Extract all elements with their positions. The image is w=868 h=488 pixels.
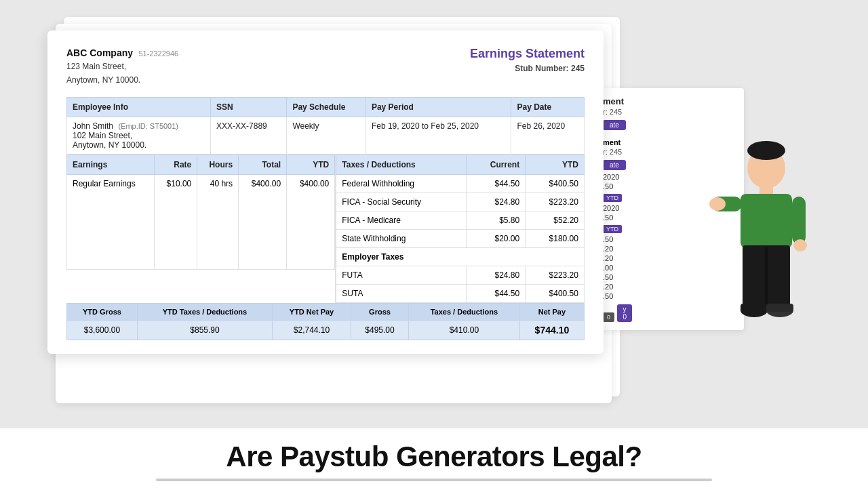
footer-ytd-net-val: $2,744.10: [273, 321, 351, 340]
svg-point-6: [709, 197, 726, 211]
employee-pay-period: Feb 19, 2020 to Feb 25, 2020: [366, 117, 511, 155]
deduction-row-1: FICA - Social Security $24.80 $223.20: [336, 193, 585, 211]
footer-th-ytd-net: YTD Net Pay: [273, 304, 351, 321]
ded-desc-2: FICA - Medicare: [336, 211, 467, 230]
earning-hours: 40 hrs: [197, 175, 239, 270]
deductions-table: Taxes / Deductions Current YTD Federal W…: [336, 155, 585, 303]
th-rate: Rate: [155, 155, 197, 175]
employee-id: (Emp.ID: ST5001): [118, 122, 178, 130]
etax-ytd-1: $400.50: [526, 285, 585, 303]
employer-taxes-header-row: Employer Taxes: [336, 248, 585, 266]
deductions-section: Taxes / Deductions Current YTD Federal W…: [336, 155, 585, 303]
earnings-section: Earnings Rate Hours Total YTD Regular Ea…: [66, 155, 336, 303]
th-earnings: Earnings: [67, 155, 155, 175]
company-address-line1: 123 Main Street,: [66, 60, 178, 73]
svg-point-7: [793, 239, 807, 251]
deduction-row-0: Federal Withholding $44.50 $400.50: [336, 175, 585, 193]
ded-current-0: $44.50: [467, 175, 526, 193]
th-employee-info: Employee Info: [67, 98, 211, 117]
character-illustration: [705, 136, 827, 366]
ded-current-3: $20.00: [467, 230, 526, 248]
earnings-table: Earnings Rate Hours Total YTD Regular Ea…: [66, 155, 335, 270]
th-taxes-deductions: Taxes / Deductions: [336, 155, 467, 175]
footer-net-pay-val: $744.10: [519, 321, 584, 340]
stub-number-line: Stub Number: 245: [470, 64, 585, 73]
th-ssn: SSN: [211, 98, 287, 117]
th-pay-schedule: Pay Schedule: [287, 98, 366, 117]
ded-current-1: $24.80: [467, 193, 526, 211]
svg-rect-3: [741, 194, 792, 248]
footer-th-gross: Gross: [351, 304, 409, 321]
bottom-text-area: Are Paystub Generators Legal?: [0, 428, 868, 488]
ded-desc-0: Federal Withholding: [336, 175, 467, 193]
company-ein: 51-2322946: [138, 49, 178, 58]
earning-ytd: $400.00: [287, 175, 335, 270]
etax-ytd-0: $223.20: [526, 266, 585, 285]
svg-rect-5: [792, 197, 806, 244]
employee-ssn: XXX-XX-7889: [211, 117, 287, 155]
th-pay-date: Pay Date: [511, 98, 585, 117]
employee-pay-schedule: Weekly: [287, 117, 366, 155]
employee-info-row: John Smith (Emp.ID: ST5001) 102 Main Str…: [67, 117, 585, 155]
footer-th-taxes-ded: Taxes / Deductions: [408, 304, 519, 321]
etax-current-0: $24.80: [467, 266, 526, 285]
bottom-title: Are Paystub Generators Legal?: [0, 441, 868, 473]
footer-ytd-taxes-val: $855.90: [137, 321, 272, 340]
ded-ytd-3: $180.00: [526, 230, 585, 248]
svg-point-1: [747, 141, 785, 160]
earning-rate: $10.00: [155, 175, 197, 270]
main-data-area: Earnings Rate Hours Total YTD Regular Ea…: [66, 155, 585, 303]
employee-name-cell: John Smith (Emp.ID: ST5001) 102 Main Str…: [67, 117, 211, 155]
employer-taxes-label: Employer Taxes: [336, 248, 585, 266]
footer-table: YTD Gross YTD Taxes / Deductions YTD Net…: [66, 303, 585, 340]
earning-desc: Regular Earnings: [67, 175, 155, 270]
bottom-underline: [156, 479, 712, 481]
employee-pay-date: Feb 26, 2020: [511, 117, 585, 155]
ded-desc-1: FICA - Social Security: [336, 193, 467, 211]
employee-addr1: 102 Main Street,: [73, 131, 205, 140]
employee-addr2: Anytown, NY 10000.: [73, 140, 205, 150]
footer-values-row: $3,600.00 $855.90 $2,744.10 $495.00 $410…: [67, 321, 585, 340]
svg-rect-9: [765, 247, 768, 306]
th-pay-period: Pay Period: [366, 98, 511, 117]
etax-desc-1: SUTA: [336, 285, 467, 303]
etax-desc-0: FUTA: [336, 266, 467, 285]
ded-ytd-0: $400.50: [526, 175, 585, 193]
ded-ytd-1: $223.20: [526, 193, 585, 211]
footer-th-net-pay: Net Pay: [519, 304, 584, 321]
ded-current-2: $5.80: [467, 211, 526, 230]
page-wrapper: ment r: 245 ate ment r: 245 ate 2020 .50…: [0, 0, 868, 488]
company-info: ABC Company 51-2322946 123 Main Street, …: [66, 47, 178, 86]
company-name: ABC Company: [66, 47, 133, 58]
th-total: Total: [239, 155, 287, 175]
footer-th-ytd-gross: YTD Gross: [67, 304, 138, 321]
svg-rect-13: [766, 304, 793, 312]
employee-name: John Smith (Emp.ID: ST5001): [73, 121, 205, 131]
footer-th-ytd-taxes: YTD Taxes / Deductions: [137, 304, 272, 321]
th-ded-ytd: YTD: [526, 155, 585, 175]
etax-current-1: $44.50: [467, 285, 526, 303]
deduction-row-2: FICA - Medicare $5.80 $52.20: [336, 211, 585, 230]
footer-taxes-ded-val: $410.00: [408, 321, 519, 340]
footer-ytd-gross-val: $3,600.00: [67, 321, 138, 340]
svg-rect-2: [760, 186, 773, 195]
earnings-statement-title: Earnings Statement Stub Number: 245: [470, 47, 585, 73]
svg-rect-11: [741, 304, 768, 312]
paystub-header: ABC Company 51-2322946 123 Main Street, …: [66, 47, 585, 86]
earning-total: $400.00: [239, 175, 287, 270]
footer-gross-val: $495.00: [351, 321, 409, 340]
ded-ytd-2: $52.20: [526, 211, 585, 230]
th-ytd: YTD: [287, 155, 335, 175]
deduction-row-3: State Withholding $20.00 $180.00: [336, 230, 585, 248]
earnings-title: Earnings Statement: [470, 47, 585, 61]
employer-tax-row-0: FUTA $24.80 $223.20: [336, 266, 585, 285]
employer-tax-row-1: SUTA $44.50 $400.50: [336, 285, 585, 303]
employee-info-table: Employee Info SSN Pay Schedule Pay Perio…: [66, 97, 585, 155]
ded-desc-3: State Withholding: [336, 230, 467, 248]
paystub-card: ABC Company 51-2322946 123 Main Street, …: [47, 30, 604, 354]
th-hours: Hours: [197, 155, 239, 175]
company-address-line2: Anytown, NY 10000.: [66, 74, 178, 86]
th-current: Current: [467, 155, 526, 175]
earnings-row-1: Regular Earnings $10.00 40 hrs $400.00 $…: [67, 175, 335, 270]
